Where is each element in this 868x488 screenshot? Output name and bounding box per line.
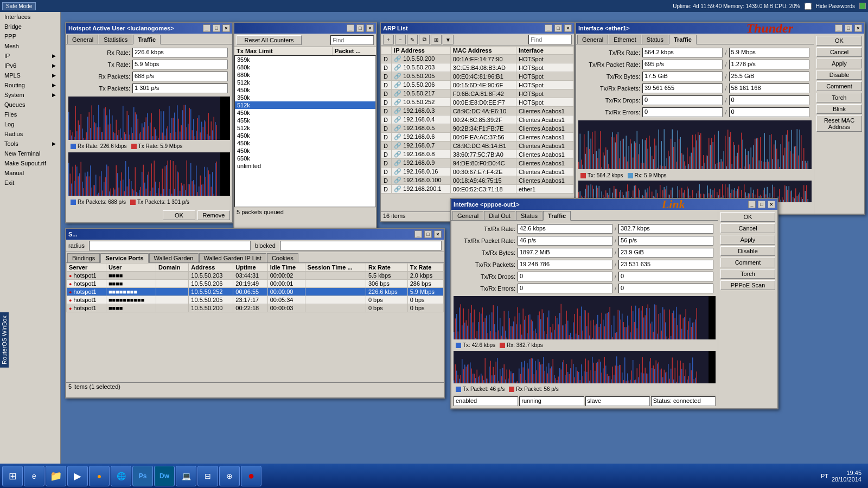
- table-row[interactable]: D 🔗 192.168.0.5 90:2B:34:F1:FB:7E Client…: [381, 124, 574, 133]
- thunder-apply-btn[interactable]: Apply: [816, 59, 862, 68]
- safe-mode-btn[interactable]: Safe Mode: [2, 2, 36, 10]
- win-arp-titlebar[interactable]: ARP List _ □ ×: [381, 23, 574, 34]
- table-row[interactable]: ● hotspot1 ■■■■ 10.5.50.200 00:22:18 00:…: [67, 304, 444, 312]
- list-item-450k-5[interactable]: 450k: [235, 147, 375, 155]
- tab-cookies[interactable]: Cookies: [267, 253, 298, 262]
- table-row[interactable]: D 🔗 192.168.200.1 00:E0:52:C3:71:18 ethe…: [381, 185, 574, 194]
- pppoe-comment-btn[interactable]: Comment: [720, 258, 775, 267]
- sidebar-item-bridge[interactable]: Bridge: [0, 22, 60, 31]
- tab-traffic[interactable]: Traffic: [133, 35, 161, 44]
- list-item-512k-1[interactable]: 512k: [235, 79, 375, 86]
- table-row[interactable]: D 🔗 192.168.0.100 00:18:A9:46:75:15 Clie…: [381, 176, 574, 185]
- list-item-450k-3[interactable]: 450k: [235, 132, 375, 139]
- thunder-torch-btn[interactable]: Torch: [816, 93, 862, 102]
- tab-general[interactable]: General: [67, 35, 98, 44]
- media-btn[interactable]: ▶: [67, 466, 88, 486]
- tab-pppoe-dialout[interactable]: Dial Out: [484, 211, 515, 220]
- hl-col-tx[interactable]: Tx Rate: [407, 264, 443, 272]
- tab-th-status[interactable]: Status: [642, 35, 668, 44]
- thunder-cancel-btn[interactable]: Cancel: [816, 47, 862, 57]
- tab-walled-garden[interactable]: Walled Garden: [149, 253, 199, 262]
- thunder-comment-btn[interactable]: Comment: [816, 81, 862, 91]
- table-row[interactable]: ● hotspot1 ■■■■■■■■■■ 10.5.50.205 23:17:…: [67, 296, 444, 304]
- hl-col-idle[interactable]: Idle Time: [267, 264, 305, 272]
- tab-bindings[interactable]: Bindings: [67, 253, 100, 262]
- tab-statistics[interactable]: Statistics: [99, 35, 132, 44]
- table-row[interactable]: D 🔗 10.5.50.200 00:1A:EF:14:77:90 HOTSpo…: [381, 55, 574, 63]
- sidebar-item-tools[interactable]: Tools▶: [0, 139, 60, 149]
- hl-col-uptime[interactable]: Uptime: [233, 264, 267, 272]
- app4-btn[interactable]: ●: [241, 466, 261, 486]
- thunder-blink-btn[interactable]: Blink: [816, 104, 862, 114]
- start-btn[interactable]: ⊞: [2, 466, 23, 486]
- pppoe-ok-btn[interactable]: OK: [720, 212, 775, 222]
- win-thunder-max[interactable]: □: [845, 24, 852, 32]
- table-row[interactable]: D 🔗 10.5.50.203 3C:E5:B4:08:B3:AD HOTSpo…: [381, 63, 574, 72]
- sidebar-item-mesh[interactable]: Mesh: [0, 41, 60, 51]
- tab-th-traffic[interactable]: Traffic: [669, 35, 697, 44]
- win-q-min[interactable]: _: [347, 24, 354, 32]
- sidebar-item-manual[interactable]: Manual: [0, 168, 60, 178]
- win-close-btn[interactable]: ×: [222, 24, 230, 32]
- list-item-450k-1[interactable]: 450k: [235, 86, 375, 94]
- blocked-field[interactable]: [280, 241, 442, 251]
- table-row[interactable]: D 🔗 10.5.50.205 00:E0:4C:81:96:B1 HOTSpo…: [381, 72, 574, 81]
- win-hotspot-list-titlebar[interactable]: S... _ □ ×: [66, 229, 444, 240]
- sidebar-item-interfaces[interactable]: Interfaces: [0, 12, 60, 22]
- tab-walled-garden-ip[interactable]: Walled Garden IP List: [199, 253, 266, 262]
- ps-btn[interactable]: Ps: [132, 466, 153, 486]
- table-row[interactable]: ● hotspot1 ■■■■■■■■ 10.5.50.252 00:06:55…: [67, 288, 444, 296]
- hl-col-address[interactable]: Address: [189, 264, 233, 272]
- arp-edit-btn[interactable]: ✎: [407, 35, 418, 44]
- sidebar-item-ip[interactable]: IP▶: [0, 51, 60, 61]
- win-hl-max[interactable]: □: [424, 230, 432, 238]
- tab-th-ethernet[interactable]: Ethernet: [609, 35, 641, 44]
- thunder-disable-btn[interactable]: Disable: [816, 70, 862, 80]
- hotspot-remove-btn[interactable]: Remove: [197, 210, 230, 220]
- hl-col-session[interactable]: Session Time ...: [305, 264, 366, 272]
- app2-btn[interactable]: ⊟: [197, 466, 218, 486]
- network-btn[interactable]: 🌐: [111, 466, 131, 486]
- arp-filter-btn[interactable]: ▼: [443, 35, 454, 44]
- thunder-resetmac-btn[interactable]: Reset MAC Address: [816, 115, 862, 132]
- hl-col-rx[interactable]: Rx Rate: [366, 264, 407, 272]
- win-thunder-close[interactable]: ×: [854, 24, 862, 32]
- hide-passwords-checkbox[interactable]: [805, 3, 812, 10]
- list-item-680k-1[interactable]: 680k: [235, 63, 375, 71]
- arp-remove-btn[interactable]: −: [395, 35, 406, 44]
- radius-field[interactable]: [89, 241, 251, 251]
- list-item-359k[interactable]: 359k: [235, 56, 375, 63]
- tab-pppoe-general[interactable]: General: [452, 211, 483, 220]
- tab-th-general[interactable]: General: [577, 35, 608, 44]
- hotspot-ok-btn[interactable]: OK: [163, 210, 195, 220]
- win-minimize-btn[interactable]: _: [203, 24, 210, 32]
- pppoe-apply-btn[interactable]: Apply: [720, 235, 775, 245]
- list-item-650k[interactable]: 650k: [235, 155, 375, 162]
- queue-find-input[interactable]: [330, 35, 374, 45]
- sidebar-item-exit[interactable]: Exit: [0, 178, 60, 188]
- app3-btn[interactable]: ⊕: [219, 466, 240, 486]
- win-q-close[interactable]: ×: [366, 24, 374, 32]
- tab-pppoe-traffic[interactable]: Traffic: [543, 211, 571, 221]
- list-item-455k[interactable]: 455k: [235, 117, 375, 124]
- queue-list[interactable]: 359k 680k 680k 512k 450k 350k 512k 450k …: [234, 55, 376, 207]
- sidebar-item-routing[interactable]: Routing▶: [0, 80, 60, 90]
- list-item-450k-2[interactable]: 450k: [235, 109, 375, 117]
- folder-btn[interactable]: 📁: [46, 466, 66, 486]
- win-arp-min[interactable]: _: [545, 24, 552, 32]
- table-row[interactable]: D 🔗 192.168.0.9 94:DE:80:F0:D0:4C Client…: [381, 159, 574, 168]
- chrome-btn[interactable]: ●: [89, 466, 110, 486]
- tab-service-ports[interactable]: Service Ports: [100, 253, 148, 263]
- hl-col-user[interactable]: User: [106, 264, 156, 272]
- win-hl-min[interactable]: _: [414, 230, 422, 238]
- win-pppoe-max[interactable]: □: [758, 201, 765, 208]
- hl-col-domain[interactable]: Domain: [156, 264, 189, 272]
- table-row[interactable]: ● hotspot1 ■■■■ 10.5.50.206 20:19:49 00:…: [67, 280, 444, 288]
- table-row[interactable]: D 🔗 10.5.50.217 F0:6B:CA:81:8F:42 HOTSpo…: [381, 89, 574, 98]
- sidebar-item-log[interactable]: Log: [0, 119, 60, 129]
- sidebar-item-system[interactable]: System▶: [0, 90, 60, 100]
- pppoe-cancel-btn[interactable]: Cancel: [720, 223, 775, 233]
- arp-find-input[interactable]: [528, 35, 572, 44]
- tab-pppoe-status[interactable]: Status: [516, 211, 542, 220]
- pppoe-scan-btn[interactable]: PPPoE Scan: [720, 280, 775, 290]
